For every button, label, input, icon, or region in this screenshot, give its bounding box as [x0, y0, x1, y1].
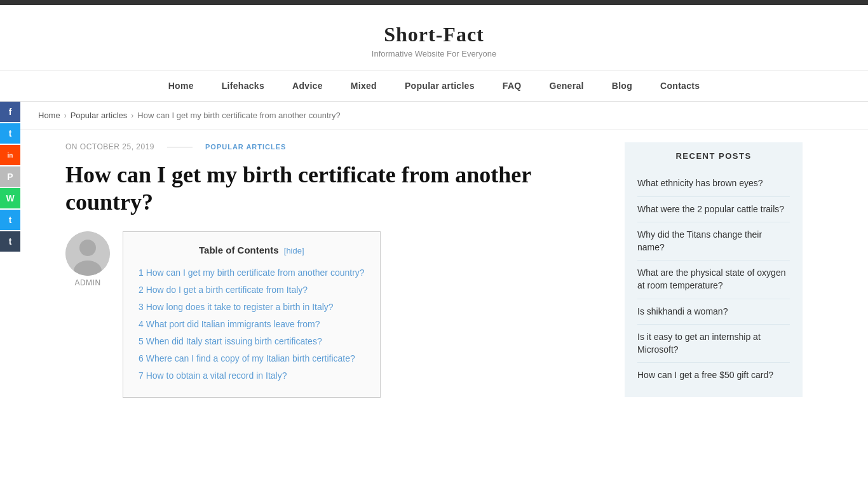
nav-item: Mixed	[337, 71, 391, 101]
recent-post-item: Why did the Titans change their name?	[637, 222, 790, 261]
nav-item: Home	[154, 71, 208, 101]
nav-link[interactable]: Home	[154, 71, 208, 101]
recent-post-link[interactable]: What ethnicity has brown eyes?	[637, 177, 790, 190]
recent-post-link[interactable]: Why did the Titans change their name?	[637, 229, 790, 254]
recent-post-item: What are the physical state of oxygen at…	[637, 261, 790, 299]
site-tagline: Informative Website For Everyone	[13, 49, 855, 58]
recent-posts-section: RECENT POSTS What ethnicity has brown ey…	[625, 142, 803, 397]
recent-post-link[interactable]: Is it easy to get an internship at Micro…	[637, 331, 790, 356]
breadcrumb: Home › Popular articles › How can I get …	[0, 102, 868, 130]
nav-link[interactable]: Lifehacks	[208, 71, 278, 101]
toc-item: 1 How can I get my birth certificate fro…	[139, 264, 365, 281]
nav-link[interactable]: General	[535, 71, 597, 101]
pinterest-button[interactable]: P	[0, 166, 20, 187]
toc-link[interactable]: 6 Where can I find a copy of my Italian …	[139, 353, 355, 363]
sidebar: RECENT POSTS What ethnicity has brown ey…	[625, 142, 803, 410]
toc-link[interactable]: 4 What port did Italian immigrants leave…	[139, 319, 320, 329]
nav-item: Blog	[598, 71, 646, 101]
nav-item: Popular articles	[391, 71, 489, 101]
toc-link[interactable]: 5 When did Italy start issuing birth cer…	[139, 336, 322, 346]
nav-item: FAQ	[489, 71, 536, 101]
nav-item: Contacts	[646, 71, 714, 101]
toc-item: 5 When did Italy start issuing birth cer…	[139, 333, 365, 350]
twitter-button[interactable]: t	[0, 123, 20, 144]
recent-post-item: Is it easy to get an internship at Micro…	[637, 325, 790, 363]
toc-item: 2 How do I get a birth certificate from …	[139, 281, 365, 299]
author-name: ADMIN	[74, 278, 100, 287]
toc-link[interactable]: 3 How long does it take to register a bi…	[139, 302, 334, 312]
breadcrumb-sep2: ›	[131, 111, 133, 120]
nav-link[interactable]: Popular articles	[391, 71, 489, 101]
site-title: Short-Fact	[13, 23, 855, 46]
nav-link[interactable]: Contacts	[646, 71, 714, 101]
article-date: ON OCTOBER 25, 2019	[65, 142, 154, 151]
svg-point-1	[79, 240, 96, 256]
toc-hide-link[interactable]: [hide]	[284, 246, 304, 255]
whatsapp-button[interactable]: W	[0, 188, 20, 208]
tumblr-button[interactable]: t	[0, 231, 20, 252]
nav-link[interactable]: FAQ	[489, 71, 536, 101]
recent-posts-title: RECENT POSTS	[637, 151, 790, 161]
content-area: ON OCTOBER 25, 2019 POPULAR ARTICLES How…	[65, 142, 599, 410]
reddit-button[interactable]: in	[0, 145, 20, 165]
breadcrumb-parent[interactable]: Popular articles	[71, 111, 128, 120]
recent-post-link[interactable]: What were the 2 popular cattle trails?	[637, 203, 790, 216]
author-avatar	[65, 231, 110, 276]
toc-link[interactable]: 1 How can I get my birth certificate fro…	[139, 268, 365, 278]
recent-post-link[interactable]: Is shikhandi a woman?	[637, 306, 790, 318]
toc-list: 1 How can I get my birth certificate fro…	[139, 264, 365, 384]
article-meta: ON OCTOBER 25, 2019 POPULAR ARTICLES	[65, 142, 599, 151]
main-container: ON OCTOBER 25, 2019 POPULAR ARTICLES How…	[27, 130, 841, 423]
recent-post-item: How can I get a free $50 gift card?	[637, 363, 790, 388]
toc-link[interactable]: 2 How do I get a birth certificate from …	[139, 285, 308, 295]
toc-title: Table of Contents [hide]	[139, 245, 365, 255]
top-bar	[0, 0, 868, 5]
nav-link[interactable]: Blog	[598, 71, 646, 101]
article-category[interactable]: POPULAR ARTICLES	[205, 143, 286, 151]
author-info: ADMIN	[65, 231, 110, 287]
nav-link[interactable]: Mixed	[337, 71, 391, 101]
nav-link[interactable]: Advice	[278, 71, 337, 101]
recent-posts-list: What ethnicity has brown eyes?What were …	[637, 171, 790, 388]
recent-post-item: Is shikhandi a woman?	[637, 299, 790, 325]
nav-item: General	[535, 71, 597, 101]
breadcrumb-sep1: ›	[64, 111, 67, 120]
toc-item: 7 How to obtain a vital record in Italy?	[139, 367, 365, 384]
social-sidebar: f t in P W t t	[0, 102, 20, 253]
toc-box: Table of Contents [hide] 1 How can I get…	[123, 231, 381, 398]
recent-post-link[interactable]: How can I get a free $50 gift card?	[637, 369, 790, 382]
nav-item: Advice	[278, 71, 337, 101]
toc-item: 4 What port did Italian immigrants leave…	[139, 316, 365, 333]
nav-item: Lifehacks	[208, 71, 278, 101]
breadcrumb-current: How can I get my birth certificate from …	[137, 111, 340, 120]
facebook-button[interactable]: f	[0, 102, 20, 122]
breadcrumb-home[interactable]: Home	[38, 111, 60, 120]
recent-post-link[interactable]: What are the physical state of oxygen at…	[637, 267, 790, 292]
toc-item: 6 Where can I find a copy of my Italian …	[139, 350, 365, 367]
site-header: Short-Fact Informative Website For Every…	[0, 5, 868, 71]
toc-item: 3 How long does it take to register a bi…	[139, 299, 365, 316]
article-title: How can I get my birth certificate from …	[65, 161, 599, 216]
meta-divider	[167, 147, 193, 147]
recent-post-item: What were the 2 popular cattle trails?	[637, 197, 790, 223]
recent-post-item: What ethnicity has brown eyes?	[637, 171, 790, 197]
main-nav: HomeLifehacksAdviceMixedPopular articles…	[0, 71, 868, 102]
author-area: ADMIN Table of Contents [hide] 1 How can…	[65, 231, 599, 398]
twitter2-button[interactable]: t	[0, 210, 20, 230]
toc-link[interactable]: 7 How to obtain a vital record in Italy?	[139, 370, 287, 381]
